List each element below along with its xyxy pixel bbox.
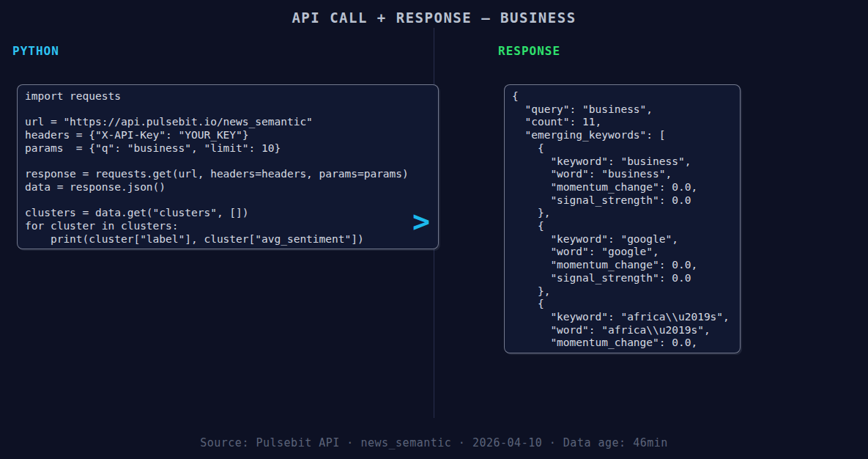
response-json-block: { "query": "business", "count": 11, "eme… [504, 84, 741, 353]
footer-source-line: Source: Pulsebit API · news_semantic · 2… [0, 436, 868, 449]
page-title: API CALL + RESPONSE — BUSINESS [0, 10, 868, 26]
response-json: { "query": "business", "count": 11, "eme… [505, 85, 740, 355]
python-panel-label: PYTHON [12, 44, 59, 58]
python-code: import requests url = "https://api.pulse… [18, 85, 438, 251]
python-code-block: import requests url = "https://api.pulse… [17, 84, 439, 249]
response-panel-label: RESPONSE [498, 44, 560, 58]
arrow-right-icon: > [412, 207, 430, 236]
